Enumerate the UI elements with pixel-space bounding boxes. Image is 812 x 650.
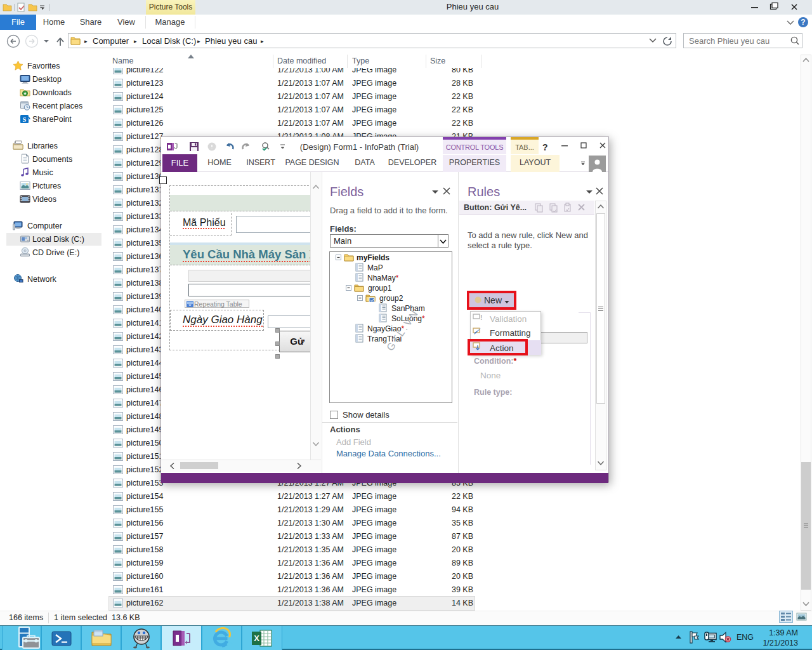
svg-text:X: X xyxy=(254,633,259,643)
svg-text:?: ? xyxy=(801,18,805,27)
svg-text:S: S xyxy=(23,116,27,123)
svg-text:!: ! xyxy=(480,314,483,321)
